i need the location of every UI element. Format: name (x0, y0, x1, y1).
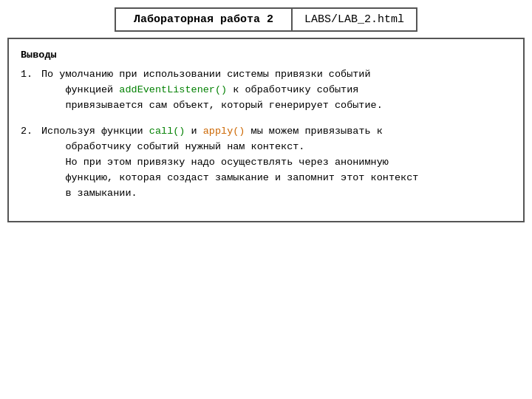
list-item-1: 1. По умолчанию при использовании систем… (21, 67, 511, 114)
section-title: Выводы (21, 48, 511, 63)
header-row: Лабораторная работа 2 LABS/LAB_2.html (115, 7, 417, 32)
list-number-2: 2. (21, 124, 41, 139)
list-text-1: По умолчанию при использовании системы п… (41, 67, 383, 114)
list-number-1: 1. (21, 67, 41, 82)
code-addEventListener: addEventListener() (119, 84, 227, 95)
content-box: Выводы 1. По умолчанию при использовании… (7, 38, 525, 222)
list-text-2: Используя функции call() и apply() мы мо… (41, 124, 418, 202)
code-call: call() (149, 126, 185, 137)
code-apply: apply() (203, 126, 245, 137)
lab-title: Лабораторная работа 2 (115, 7, 293, 32)
list-item-2: 2. Используя функции call() и apply() мы… (21, 124, 511, 202)
file-path: LABS/LAB_2.html (293, 7, 417, 32)
